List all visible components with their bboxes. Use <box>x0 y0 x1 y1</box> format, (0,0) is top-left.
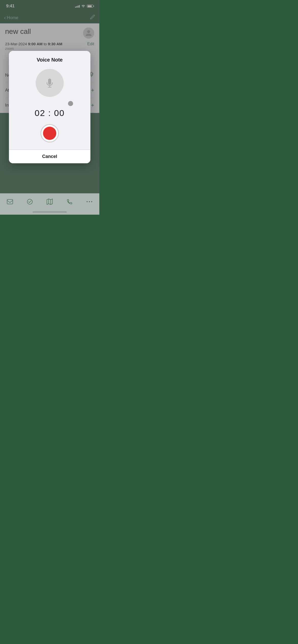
svg-rect-6 <box>7 199 13 204</box>
tab-mail[interactable] <box>7 199 13 204</box>
voice-note-modal: Voice Note 02 : 00 Cancel <box>9 51 90 163</box>
recording-indicator <box>68 101 73 106</box>
overlay: Voice Note 02 : 00 Cancel <box>0 0 99 215</box>
cancel-button[interactable]: Cancel <box>9 150 90 163</box>
mic-button[interactable] <box>36 69 64 97</box>
page-wrapper: 9:41 ‹ Home <box>0 0 99 215</box>
tab-map[interactable] <box>47 199 53 205</box>
svg-point-7 <box>27 199 32 204</box>
microphone-icon <box>43 77 56 89</box>
record-button-inner <box>43 127 56 140</box>
svg-point-12 <box>89 201 90 202</box>
svg-marker-8 <box>47 199 52 204</box>
svg-point-13 <box>91 201 92 202</box>
home-indicator <box>33 211 67 213</box>
tab-phone[interactable] <box>66 199 73 205</box>
timer-display: 02 : 00 <box>35 108 65 118</box>
record-button[interactable] <box>40 124 59 142</box>
svg-point-11 <box>87 201 88 202</box>
tab-more[interactable] <box>86 200 92 203</box>
tab-check[interactable] <box>27 199 33 205</box>
modal-body: Voice Note 02 : 00 <box>9 51 90 150</box>
modal-title: Voice Note <box>37 57 63 63</box>
